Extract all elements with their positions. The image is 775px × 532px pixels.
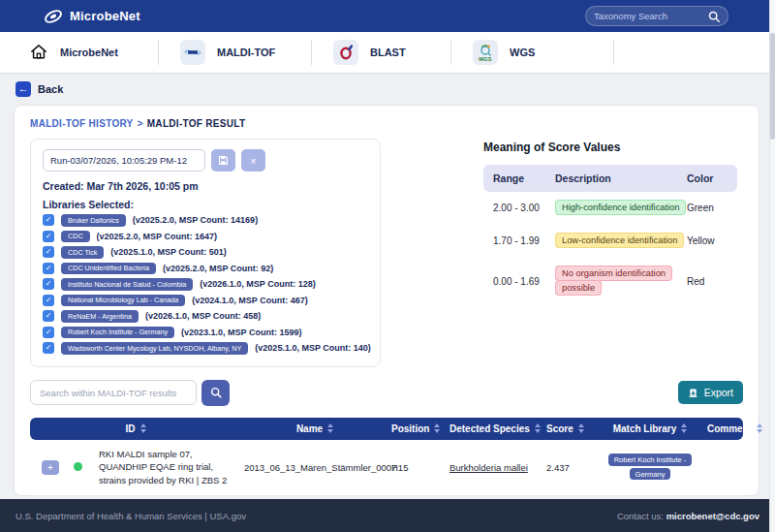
checkbox-checked-icon[interactable]: ✓ bbox=[43, 342, 54, 354]
libraries-selected-label: Libraries Selected: bbox=[43, 199, 368, 210]
score-color: Red bbox=[687, 276, 728, 287]
library-meta: (v2023.1.0, MSP Count: 1599) bbox=[181, 328, 301, 337]
library-item: ✓ CDC Tick (v2025.1.0, MSP Count: 501) bbox=[43, 246, 368, 259]
contact-label: Contact us: bbox=[617, 511, 664, 521]
wgs-icon: WGS bbox=[473, 40, 498, 65]
taxonomy-search-input[interactable] bbox=[594, 11, 708, 21]
library-item: ✓ Instituto Nacional de Salud - Colombia… bbox=[43, 278, 368, 291]
export-label: Export bbox=[704, 387, 733, 398]
download-icon bbox=[688, 388, 698, 398]
species-link[interactable]: Burkholderia mallei bbox=[450, 462, 528, 473]
sort-icon[interactable] bbox=[434, 423, 440, 433]
checkbox-checked-icon[interactable]: ✓ bbox=[43, 327, 54, 338]
nav-item-blast[interactable]: BLAST bbox=[312, 32, 450, 73]
checkbox-checked-icon[interactable]: ✓ bbox=[43, 246, 54, 258]
score-meaning-panel: Meaning of Score Values Range Descriptio… bbox=[483, 139, 737, 367]
home-icon bbox=[29, 43, 48, 62]
scrollbar-track[interactable] bbox=[769, 0, 775, 532]
cell-comment bbox=[704, 440, 743, 496]
nav-item-wgs[interactable]: WGS WGS bbox=[451, 32, 613, 73]
maldi-result-card: MALDI-TOF HISTORY>MALDI-TOF RESULT × Cre… bbox=[14, 105, 760, 496]
run-name-input[interactable] bbox=[43, 149, 205, 172]
checkbox-checked-icon[interactable]: ✓ bbox=[43, 263, 54, 274]
library-badge: Wadsworth Center Mycology Lab, NYSDOH, A… bbox=[61, 342, 248, 355]
scrollbar-thumb[interactable] bbox=[770, 33, 775, 140]
back-arrow-icon: ← bbox=[16, 81, 31, 97]
taxonomy-search-box[interactable] bbox=[585, 6, 728, 26]
checkbox-checked-icon[interactable]: ✓ bbox=[43, 310, 54, 322]
save-run-name-button[interactable] bbox=[211, 149, 235, 172]
cell-score: 2.437 bbox=[543, 440, 596, 496]
library-item: ✓ Wadsworth Center Mycology Lab, NYSDOH,… bbox=[43, 342, 368, 355]
score-range: 0.00 - 1.69 bbox=[493, 274, 555, 289]
back-label: Back bbox=[38, 83, 63, 95]
checkbox-checked-icon[interactable]: ✓ bbox=[43, 231, 54, 242]
search-icon[interactable] bbox=[708, 11, 720, 22]
sort-icon[interactable] bbox=[535, 423, 541, 433]
col-id[interactable]: ID bbox=[30, 418, 241, 440]
breadcrumb-history-link[interactable]: MALDI-TOF HISTORY bbox=[30, 118, 134, 129]
nav-item-microbenet[interactable]: MicrobeNet bbox=[0, 32, 158, 73]
score-color: Yellow bbox=[687, 235, 728, 246]
results-search-button[interactable] bbox=[202, 380, 230, 406]
library-badge: CDC bbox=[61, 231, 90, 243]
score-row-none: 0.00 - 1.69 No organism identification p… bbox=[483, 258, 737, 306]
library-meta: (v2025.1.0, MSP Count: 501) bbox=[110, 247, 226, 257]
match-library-badge: Robert Koch Institute - Germany bbox=[608, 454, 693, 480]
nav-label-blast: BLAST bbox=[370, 47, 406, 58]
col-comment[interactable]: Comment bbox=[704, 418, 743, 440]
library-meta: (v2026.1.0, MSP Count: 458) bbox=[145, 311, 261, 321]
export-button[interactable]: Export bbox=[678, 381, 743, 404]
results-header-row: ID Name Position Detected Species Score … bbox=[30, 418, 743, 440]
back-button[interactable]: ← Back bbox=[16, 81, 63, 97]
cell-id: RKI MALDI sample 07, QUANDHIP EQAE ring … bbox=[96, 440, 241, 496]
score-row-low: 1.70 - 1.99 Low-confidence identificatio… bbox=[483, 225, 737, 258]
nav-label-wgs: WGS bbox=[510, 47, 535, 58]
maldi-tof-icon bbox=[180, 40, 205, 65]
app-header: MicrobeNet bbox=[0, 0, 775, 32]
score-color: Green bbox=[687, 203, 728, 213]
score-range: 2.00 - 3.00 bbox=[493, 201, 555, 215]
sort-icon[interactable] bbox=[757, 423, 762, 433]
sort-icon[interactable] bbox=[681, 423, 687, 433]
table-row: + RKI MALDI sample 07, QUANDHIP EQAE rin… bbox=[30, 440, 743, 496]
col-match-library[interactable]: Match Library bbox=[596, 418, 704, 440]
library-meta: (v2025.2.0, MSP Count: 14169) bbox=[133, 215, 258, 225]
nav-divider bbox=[613, 40, 614, 65]
breadcrumb-separator: > bbox=[138, 118, 143, 129]
score-badge-yellow: Low-confidence identification bbox=[555, 233, 684, 248]
footer-left-text: U.S. Department of Health & Human Servic… bbox=[16, 511, 246, 521]
sort-icon[interactable] bbox=[578, 423, 584, 433]
library-item: ✓ National Microbiology Lab - Canada (v2… bbox=[43, 295, 368, 307]
contact-email-link[interactable]: microbenet@cdc.gov bbox=[666, 511, 760, 521]
col-name[interactable]: Name bbox=[241, 418, 388, 440]
library-meta: (v2024.1.0, MSP Count: 467) bbox=[192, 296, 307, 305]
close-icon: × bbox=[250, 155, 256, 167]
library-badge: Robert Koch Institute - Germany bbox=[61, 327, 174, 339]
col-detected-species[interactable]: Detected Species bbox=[447, 418, 543, 440]
library-item: ✓ CDC (v2025.2.0, MSP Count: 1647) bbox=[43, 231, 368, 243]
score-col-range: Range bbox=[493, 172, 555, 184]
library-meta: (v2025.2.0, MSP Count: 1647) bbox=[97, 232, 217, 241]
expand-row-button[interactable]: + bbox=[42, 460, 59, 475]
results-search-input[interactable] bbox=[30, 380, 197, 405]
score-meaning-title: Meaning of Score Values bbox=[483, 141, 737, 154]
sort-icon[interactable] bbox=[140, 423, 146, 433]
nav-label-microbenet: MicrobeNet bbox=[60, 47, 118, 58]
checkbox-checked-icon[interactable]: ✓ bbox=[43, 278, 54, 290]
score-table-header: Range Description Color bbox=[483, 165, 737, 192]
score-range: 1.70 - 1.99 bbox=[493, 234, 555, 248]
library-badge: CDC Tick bbox=[61, 246, 104, 259]
cell-position: H15 bbox=[388, 440, 447, 496]
score-badge-red: No organism identification possible bbox=[555, 266, 672, 297]
checkbox-checked-icon[interactable]: ✓ bbox=[43, 295, 54, 306]
checkbox-checked-icon[interactable]: ✓ bbox=[43, 214, 54, 226]
sort-icon[interactable] bbox=[327, 423, 333, 433]
library-meta: (v2025.2.0, MSP Count: 92) bbox=[163, 264, 273, 273]
col-score[interactable]: Score bbox=[543, 418, 596, 440]
col-position[interactable]: Position bbox=[388, 418, 447, 440]
blast-icon bbox=[333, 40, 358, 65]
search-icon bbox=[210, 387, 222, 398]
cancel-rename-button[interactable]: × bbox=[241, 149, 265, 172]
nav-item-maldi-tof[interactable]: MALDI-TOF bbox=[159, 32, 311, 73]
